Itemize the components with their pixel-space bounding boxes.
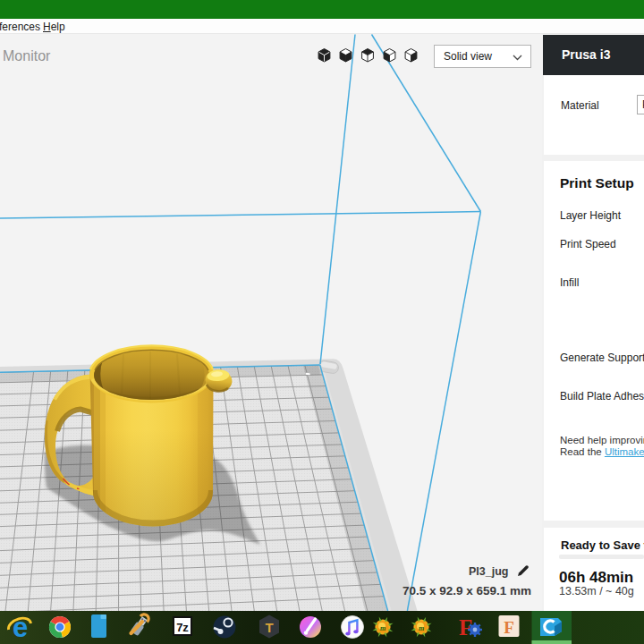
svg-text:m: m xyxy=(380,624,386,632)
svg-text:m: m xyxy=(419,624,424,632)
svg-text:e: e xyxy=(13,612,28,643)
svg-text:T: T xyxy=(265,620,273,635)
svg-text:7z: 7z xyxy=(176,621,189,634)
svg-text:F: F xyxy=(504,618,514,637)
